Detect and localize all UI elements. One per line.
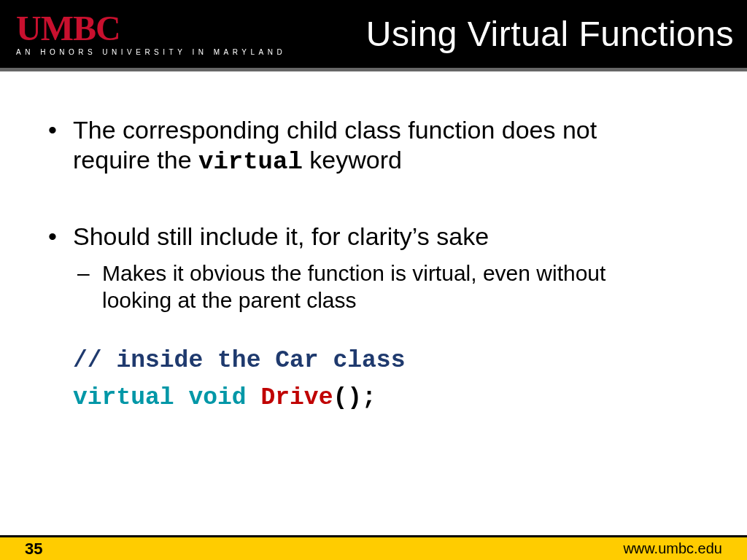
header-bar: UMBC AN HONORS UNIVERSITY IN MARYLAND Us…: [0, 0, 747, 68]
code-decl: virtual void Drive();: [73, 379, 703, 416]
slide-number: 35: [25, 540, 42, 559]
logo-text: UMBC: [16, 12, 286, 45]
code-tail: ();: [333, 384, 376, 411]
footer-bar: 35 www.umbc.edu: [0, 535, 747, 560]
bullet-1-post: keyword: [303, 146, 402, 174]
footer-url: www.umbc.edu: [623, 540, 722, 557]
bullet-2: Should still include it, for clarity’s s…: [73, 222, 703, 252]
code-block: // inside the Car class virtual void Dri…: [73, 342, 703, 416]
page-title: Using Virtual Functions: [366, 14, 734, 54]
slide: UMBC AN HONORS UNIVERSITY IN MARYLAND Us…: [0, 0, 747, 560]
code-fn: Drive: [260, 384, 333, 411]
bullet-2-sub: Makes it obvious the function is virtual…: [102, 260, 703, 314]
content-area: The corresponding child class function d…: [0, 71, 747, 535]
logo-block: UMBC AN HONORS UNIVERSITY IN MARYLAND: [16, 12, 286, 56]
code-comment: // inside the Car class: [73, 342, 703, 379]
bullet-1: The corresponding child class function d…: [73, 115, 703, 178]
bullet-1-mono: virtual: [198, 148, 303, 176]
code-comment-text: // inside the Car class: [73, 347, 405, 374]
logo-subtitle: AN HONORS UNIVERSITY IN MARYLAND: [16, 48, 286, 56]
code-keyword: virtual void: [73, 384, 260, 411]
